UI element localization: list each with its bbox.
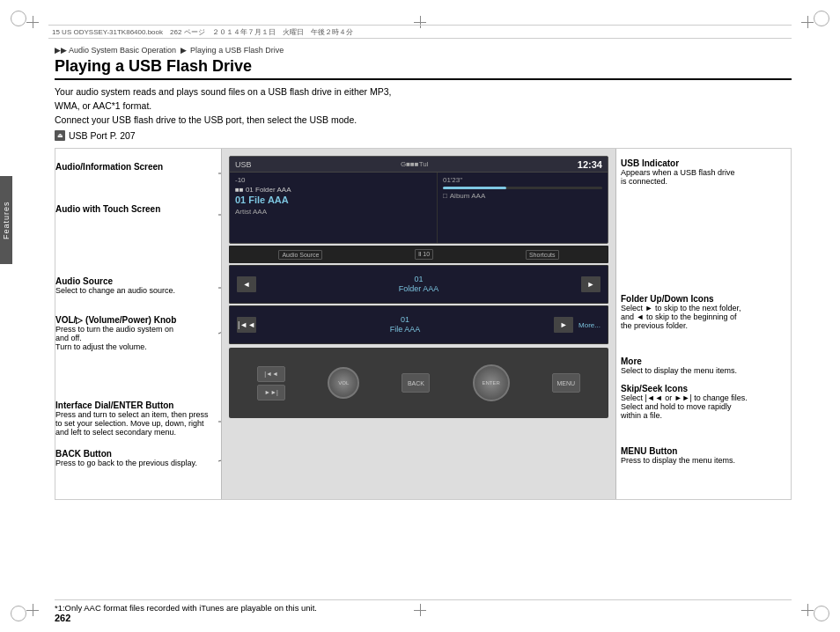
shortcuts-btn[interactable]: Shortcuts [526,250,559,260]
file-bar-text: 15 US ODYSSEY-31TK86400.book 262 ページ ２０１… [52,27,353,37]
hw-controls: |◄◄ ►►| VOL BACK ENTER [229,348,608,418]
cross-mark-tl [26,16,39,28]
label-folder-desc: Select ► to skip to the next folder, and… [621,304,791,330]
breadcrumb-arrow: ▶▶ [55,46,67,55]
usb-port-ref: ⏏ USB Port P. 207 [55,130,792,141]
label-skip-seek: Skip/Seek Icons Select |◄◄ or ►►| to cha… [621,383,791,420]
label-back-title: BACK Button [55,449,112,459]
menu-hw-btn[interactable]: MENU [552,373,580,393]
label-skip-desc: Select |◄◄ or ►►| to change files. Selec… [621,393,791,420]
label-audio-touch-screen: Audio with Touch Screen [55,203,216,214]
left-btns: |◄◄ ►►| [257,366,285,401]
label-menu-desc: Press to display the menu items. [621,456,791,465]
breadcrumb-item-2: Playing a USB Flash Drive [190,46,284,55]
screen-right-panel: 01'23" □ Album AAA [438,173,608,243]
corner-decoration-tr [814,11,829,26]
label-back-btn: BACK Button Press to go back to the prev… [55,448,216,467]
breadcrumb: ▶▶ Audio System Basic Operation ▶ Playin… [55,46,284,55]
skip-prev-hw-btn[interactable]: |◄◄ [257,366,285,382]
label-dial-title: Interface Dial/ENTER Button [55,401,173,410]
stereo-unit-diagram: USB G■■■Tul 12:34 -10 ■■ 01 Folder AAA 0… [221,149,616,499]
label-folder-icons: Folder Up/Down Icons Select ► to skip to… [621,293,791,330]
corner-decoration-tl [11,11,26,26]
corner-decoration-br [814,606,829,621]
screen-header: USB G■■■Tul 12:34 [230,157,608,173]
track-name: 01 File AAA [235,195,431,205]
footnote-text: *1:Only AAC format files recorded with i… [55,603,317,613]
features-label: Features [2,201,11,239]
label-dial-desc: Press and turn to select an item, then p… [55,410,216,437]
page-title: Playing a USB Flash Drive [55,57,792,80]
enter-dial-btn[interactable]: ENTER [473,364,510,401]
label-vol-knob: VOL/▷ (Volume/Power) Knob Press to turn … [55,314,216,351]
intro-line-2: WMA, or AAC*1 format. [55,99,792,114]
vol-knob-group: VOL [328,367,359,399]
progress-bar [443,187,602,189]
label-usb-ind-title: USB Indicator [621,158,679,168]
back-hw-btn[interactable]: BACK [402,373,430,393]
usb-port-link-text: USB Port P. 207 [69,130,136,141]
folder-name-display: 01 Folder AAA [256,275,581,294]
file-skip-prev-btn[interactable]: |◄◄ [237,317,256,333]
enter-dial-group: ENTER [473,364,510,401]
screen-volume: -10 [235,176,431,184]
label-audio-touch-title: Audio with Touch Screen [55,204,160,214]
folder-row: ◄ 01 Folder AAA ► [229,265,608,304]
album-row: □ Album AAA [443,192,602,200]
folder-prev-btn[interactable]: ◄ [237,276,256,292]
screen-clock: 12:34 [578,159,602,170]
screen-left-panel: -10 ■■ 01 Folder AAA 01 File AAA Artist … [230,173,438,243]
label-back-desc: Press to go back to the previous display… [55,459,216,467]
audio-source-btn[interactable]: Audio Source [278,250,322,260]
artist-name: Artist AAA [235,208,431,216]
top-file-bar: 15 US ODYSSEY-31TK86400.book 262 ページ ２０１… [48,25,792,39]
label-vol-title: VOL/▷ (Volume/Power) Knob [55,315,176,325]
features-sidebar-tab: Features [0,176,12,264]
touch-btn-row: Audio Source Ⅱ 10 Shortcuts [229,246,608,263]
file-skip-next-btn[interactable]: ► [554,317,573,333]
progress-fill [443,187,506,189]
file-row: |◄◄ 01 File AAA ► More... [229,305,608,344]
diagram-area: Audio/Information Screen Audio with Touc… [55,148,792,500]
footnote: *1:Only AAC format files recorded with i… [55,599,792,613]
label-audio-source-title: Audio Source [55,276,113,286]
skip-next-hw-btn[interactable]: ►►| [257,385,285,401]
page-number: 262 [55,613,70,623]
screen-body: -10 ■■ 01 Folder AAA 01 File AAA Artist … [230,173,608,243]
screen-duration: 01'23" [443,176,602,184]
label-audio-info-screen: Audio/Information Screen [55,161,216,172]
vol-knob-btn[interactable]: VOL [328,367,359,399]
file-name-display: 01 File AAA [256,315,554,334]
label-interface-dial: Interface Dial/ENTER Button Press and tu… [55,400,216,437]
cross-mark-br [801,604,814,616]
main-content: Playing a USB Flash Drive Your audio sys… [55,57,792,597]
label-folder-title: Folder Up/Down Icons [621,294,714,304]
cross-mark-bl [26,604,39,616]
label-vol-desc: Press to turn the audio system on and of… [55,325,216,351]
label-more-title: More [621,356,642,366]
intro-line-1: Your audio system reads and plays sound … [55,85,792,99]
corner-decoration-bl [11,606,26,621]
enter-label: ENTER [482,380,499,386]
more-btn[interactable]: More... [578,321,601,329]
label-usb-indicator: USB Indicator Appears when a USB flash d… [621,158,791,186]
usb-label: USB [235,160,252,169]
label-usb-ind-desc: Appears when a USB flash drive is connec… [621,168,791,186]
intro-line-3: Connect your USB flash drive to the USB … [55,114,792,128]
track-row: ■■ 01 Folder AAA [235,186,431,194]
screen-display: USB G■■■Tul 12:34 -10 ■■ 01 Folder AAA 0… [229,156,608,244]
folder-next-btn[interactable]: ► [581,276,601,292]
menu-btn-group: MENU [552,373,580,393]
label-more-desc: Select to display the menu items. [621,366,791,375]
label-menu-btn: MENU Button Press to display the menu it… [621,445,791,465]
eq-btn[interactable]: Ⅱ 10 [415,249,433,260]
label-audio-source: Audio Source Select to change an audio s… [55,276,216,295]
intro-text: Your audio system reads and plays sound … [55,85,792,127]
album-icon: □ [443,192,447,200]
label-skip-title: Skip/Seek Icons [621,384,688,393]
label-audio-info-screen-title: Audio/Information Screen [55,162,163,172]
usb-ref-icon: ⏏ [55,130,65,141]
cross-mark-tr [801,16,814,28]
label-audio-source-desc: Select to change an audio source. [55,286,216,295]
label-more: More Select to display the menu items. [621,356,791,375]
